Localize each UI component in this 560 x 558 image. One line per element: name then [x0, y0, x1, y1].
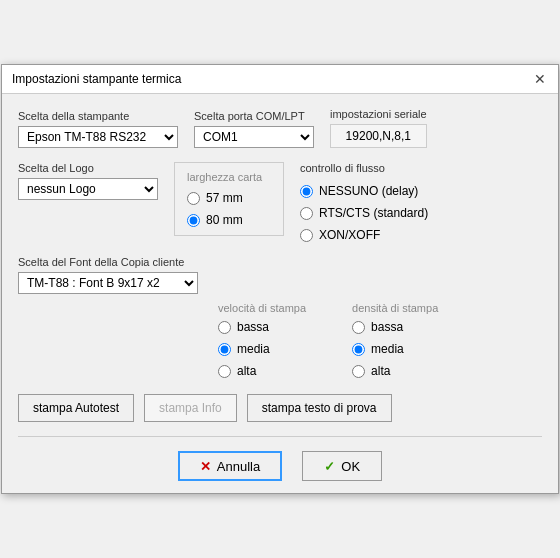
flow-none-radio[interactable] [300, 185, 313, 198]
dialog-buttons: ✕ Annulla ✓ OK [18, 447, 542, 481]
cancel-label: Annulla [217, 459, 260, 474]
density-med-radio[interactable] [352, 343, 365, 356]
window-title: Impostazioni stampante termica [12, 72, 181, 86]
paper-80-label: 80 mm [206, 213, 243, 227]
density-med-label: media [371, 342, 404, 356]
paper-radio-group: 57 mm 80 mm [187, 191, 271, 227]
density-high-radio[interactable] [352, 365, 365, 378]
flow-xonxoff-label: XON/XOFF [319, 228, 380, 242]
flow-none-item[interactable]: NESSUNO (delay) [300, 184, 428, 198]
paper-57-radio[interactable] [187, 192, 200, 205]
printer-label: Scelta della stampante [18, 110, 178, 122]
font-select[interactable]: TM-T88 : Font B 9x17 x2TM-T88 : Font A 1… [18, 272, 198, 294]
action-buttons-row: stampa Autotest stampa Info stampa testo… [18, 394, 542, 422]
density-low-label: bassa [371, 320, 403, 334]
port-group: Scelta porta COM/LPT COM1COM2LPT1 [194, 110, 314, 148]
speed-med-label: media [237, 342, 270, 356]
top-row: Scelta della stampante Epson TM-T88 RS23… [18, 108, 542, 148]
speed-high-item[interactable]: alta [218, 364, 306, 378]
x-icon: ✕ [200, 459, 211, 474]
main-window: Impostazioni stampante termica ✕ Scelta … [1, 64, 559, 494]
density-high-label: alta [371, 364, 390, 378]
flow-radio-group: NESSUNO (delay) RTS/CTS (standard) XON/X… [300, 184, 428, 242]
flow-none-label: NESSUNO (delay) [319, 184, 418, 198]
content-area: Scelta della stampante Epson TM-T88 RS23… [2, 94, 558, 493]
speed-label: velocità di stampa [218, 302, 306, 314]
speed-med-item[interactable]: media [218, 342, 306, 356]
paper-57-item[interactable]: 57 mm [187, 191, 271, 205]
flow-rtscts-radio[interactable] [300, 207, 313, 220]
speed-high-label: alta [237, 364, 256, 378]
logo-label: Scelta del Logo [18, 162, 158, 174]
density-radio-group: bassa media alta [352, 320, 438, 378]
font-label: Scelta del Font della Copia cliente [18, 256, 198, 268]
flow-xonxoff-radio[interactable] [300, 229, 313, 242]
check-icon: ✓ [324, 459, 335, 474]
flow-section: controllo di flusso NESSUNO (delay) RTS/… [300, 162, 428, 242]
divider [18, 436, 542, 437]
middle-row: Scelta del Logo nessun LogoLogo 1Logo 2 … [18, 162, 542, 242]
logo-group: Scelta del Logo nessun LogoLogo 1Logo 2 [18, 162, 158, 200]
titlebar: Impostazioni stampante termica ✕ [2, 65, 558, 94]
speed-radio-group: bassa media alta [218, 320, 306, 378]
speed-low-radio[interactable] [218, 321, 231, 334]
speed-med-radio[interactable] [218, 343, 231, 356]
flow-rtscts-label: RTS/CTS (standard) [319, 206, 428, 220]
paper-80-item[interactable]: 80 mm [187, 213, 271, 227]
logo-select[interactable]: nessun LogoLogo 1Logo 2 [18, 178, 158, 200]
speed-section: velocità di stampa bassa media alta [218, 302, 306, 378]
speed-high-radio[interactable] [218, 365, 231, 378]
density-low-item[interactable]: bassa [352, 320, 438, 334]
density-section: densità di stampa bassa media alta [352, 302, 438, 378]
serial-value: 19200,N,8,1 [330, 124, 427, 148]
density-label: densità di stampa [352, 302, 438, 314]
paper-80-radio[interactable] [187, 214, 200, 227]
autotest-button[interactable]: stampa Autotest [18, 394, 134, 422]
font-row: Scelta del Font della Copia cliente TM-T… [18, 256, 542, 294]
info-button[interactable]: stampa Info [144, 394, 237, 422]
paper-57-label: 57 mm [206, 191, 243, 205]
printer-group: Scelta della stampante Epson TM-T88 RS23… [18, 110, 178, 148]
flow-xonxoff-item[interactable]: XON/XOFF [300, 228, 428, 242]
speed-low-item[interactable]: bassa [218, 320, 306, 334]
flow-rtscts-item[interactable]: RTS/CTS (standard) [300, 206, 428, 220]
density-high-item[interactable]: alta [352, 364, 438, 378]
close-button[interactable]: ✕ [532, 71, 548, 87]
port-label: Scelta porta COM/LPT [194, 110, 314, 122]
density-med-item[interactable]: media [352, 342, 438, 356]
port-select[interactable]: COM1COM2LPT1 [194, 126, 314, 148]
serial-group: impostazioni seriale 19200,N,8,1 [330, 108, 427, 148]
flow-label: controllo di flusso [300, 162, 428, 174]
font-group: Scelta del Font della Copia cliente TM-T… [18, 256, 198, 294]
test-button[interactable]: stampa testo di prova [247, 394, 392, 422]
cancel-button[interactable]: ✕ Annulla [178, 451, 282, 481]
paper-label: larghezza carta [187, 171, 271, 183]
density-low-radio[interactable] [352, 321, 365, 334]
printer-select[interactable]: Epson TM-T88 RS232Epson TM-T88 USBStar T… [18, 126, 178, 148]
paper-section: larghezza carta 57 mm 80 mm [174, 162, 284, 236]
speed-low-label: bassa [237, 320, 269, 334]
serial-label: impostazioni seriale [330, 108, 427, 120]
speed-density-row: velocità di stampa bassa media alta [218, 302, 542, 378]
ok-button[interactable]: ✓ OK [302, 451, 382, 481]
ok-label: OK [341, 459, 360, 474]
